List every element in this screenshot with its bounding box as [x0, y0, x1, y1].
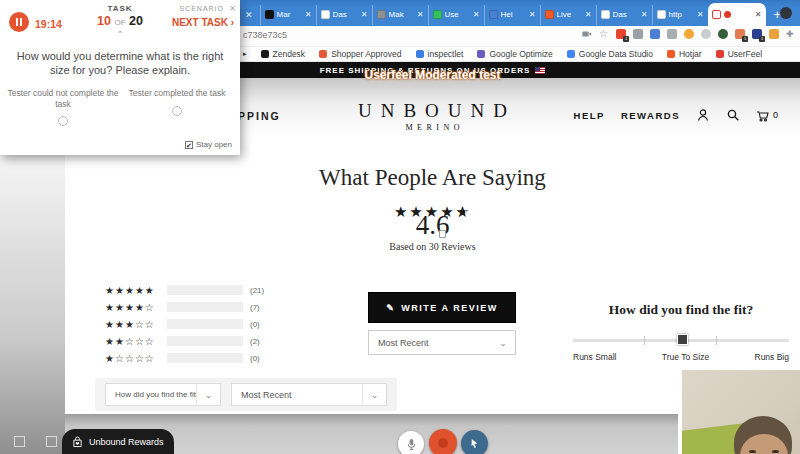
task-question: How would you determine what is the righ… — [14, 50, 226, 78]
tab-close-icon[interactable]: ✕ — [755, 10, 762, 19]
browser-tab[interactable]: Das✕ — [596, 5, 652, 25]
extension-gray-icon[interactable] — [633, 29, 643, 39]
rating-histogram: ★★★★★(21)★★★★☆(7)★★★☆☆(0)★★☆☆☆(2)★☆☆☆☆(0… — [105, 283, 325, 368]
histogram-row-4-star[interactable]: ★★★★☆(7) — [105, 300, 325, 314]
taskbar-square-icon — [46, 436, 57, 447]
toolbar-icons: ☆ 111 ✚ — [582, 29, 796, 39]
sort-filter-value: Most Recent — [232, 390, 362, 400]
stay-open-label: Stay open — [196, 140, 232, 149]
bookmark-favicon — [261, 50, 269, 58]
pencil-icon[interactable] — [769, 29, 779, 39]
fit-filter-value: How did you find the fit? — [106, 390, 196, 399]
close-icon[interactable]: ✕ — [229, 4, 236, 13]
tab-favicon — [377, 10, 386, 19]
extension-green-icon[interactable] — [718, 29, 728, 39]
histogram-count: (0) — [250, 320, 260, 329]
tab-favicon — [321, 10, 330, 19]
bookmark-zendesk[interactable]: Zendesk — [261, 49, 306, 59]
address-bar-url[interactable]: c738e73c5 — [243, 30, 287, 40]
extensions-puzzle-icon[interactable]: ✚ — [786, 29, 796, 39]
tab-label: Das — [613, 10, 638, 19]
histogram-count: (2) — [250, 337, 260, 346]
radio-could-not-complete[interactable] — [58, 116, 68, 126]
bookmark-star-icon[interactable]: ☆ — [599, 29, 609, 39]
profile-circle-icon[interactable] — [780, 7, 792, 19]
browser-tab[interactable]: Use✕ — [428, 5, 484, 25]
option-fail-label: Tester could not complete the task — [7, 88, 118, 109]
browser-tab[interactable]: Hel✕ — [484, 5, 540, 25]
bookmark-favicon — [716, 50, 724, 58]
based-on-reviews[interactable]: Based on 30 Reviews — [65, 241, 800, 252]
stay-open-checkbox[interactable]: ✔ — [185, 141, 193, 149]
extension-orange-icon[interactable] — [684, 29, 694, 39]
bookmark-favicon — [567, 50, 575, 58]
tabs-row: ✕ Mar✕Das✕Mak✕Use✕Hel✕Live✕Das✕http✕ ✕ + — [243, 3, 789, 26]
bookmark-google-data-studio[interactable]: Google Data Studio — [567, 49, 653, 59]
tab-capture-camera-icon[interactable] — [582, 29, 592, 39]
tab-close-icon[interactable]: ✕ — [697, 10, 704, 19]
tab-close-icon[interactable]: ✕ — [641, 10, 648, 19]
browser-tab[interactable]: Live✕ — [540, 5, 596, 25]
partial-tab-close-icon[interactable]: ✕ — [243, 10, 260, 20]
search-icon[interactable] — [726, 108, 740, 122]
extension-salmon-icon[interactable]: 1 — [735, 29, 745, 39]
fit-slider-handle[interactable] — [677, 334, 688, 345]
tab-close-icon[interactable]: ✕ — [417, 10, 424, 19]
histogram-row-2-star[interactable]: ★★☆☆☆(2) — [105, 334, 325, 348]
bookmark-shopper-approved[interactable]: Shopper Approved — [319, 49, 401, 59]
fit-filter-dropdown[interactable]: How did you find the fit? ⌄ — [105, 383, 221, 406]
fit-slider[interactable] — [573, 335, 789, 346]
browser-tab[interactable]: http✕ — [652, 5, 708, 25]
record-button[interactable] — [429, 429, 457, 454]
scenario-link[interactable]: SCENARIO — [179, 5, 224, 12]
tab-close-icon[interactable]: ✕ — [529, 10, 536, 19]
histogram-bar-track — [167, 319, 243, 329]
histogram-row-5-star[interactable]: ★★★★★(21) — [105, 283, 325, 297]
browser-tab[interactable]: Das✕ — [316, 5, 372, 25]
browser-tab[interactable]: Mar✕ — [260, 5, 316, 25]
next-task-button[interactable]: NEXT TASK › — [172, 17, 234, 28]
pencil-icon: ✎ — [386, 303, 395, 313]
extension-blue-icon[interactable] — [650, 29, 660, 39]
stay-open-control[interactable]: ✔ Stay open — [185, 140, 232, 149]
average-rating: 4.6 — [65, 210, 800, 241]
pointer-button[interactable] — [461, 430, 488, 454]
extension-red-icon[interactable]: 1 — [616, 29, 626, 39]
active-tab-recording[interactable]: ✕ — [708, 3, 766, 26]
histogram-row-3-star[interactable]: ★★★☆☆(0) — [105, 317, 325, 331]
unbound-rewards-button[interactable]: Unbound Rewards — [62, 429, 174, 454]
bookmark-userfeel[interactable]: UserFeel — [716, 49, 762, 59]
nav-rewards-link[interactable]: REWARDS — [621, 110, 680, 121]
cart-count: 0 — [773, 110, 778, 120]
cart-button[interactable]: 0 — [756, 109, 778, 122]
extension-navy-icon[interactable]: 1 — [752, 29, 762, 39]
histogram-row-1-star[interactable]: ★☆☆☆☆(0) — [105, 351, 325, 365]
bookmarks-arrow-icon[interactable]: ▸ — [243, 50, 247, 58]
sort-dropdown[interactable]: Most Recent ⌄ — [368, 330, 516, 355]
bookmark-favicon — [319, 50, 327, 58]
extension-light-icon[interactable] — [701, 29, 711, 39]
microphone-button[interactable] — [398, 431, 424, 454]
browser-tab[interactable]: Mak✕ — [372, 5, 428, 25]
extension-gray2-icon[interactable] — [667, 29, 677, 39]
tab-label: Mak — [389, 10, 414, 19]
tab-close-icon[interactable]: ✕ — [305, 10, 312, 19]
tab-close-icon[interactable]: ✕ — [361, 10, 368, 19]
bookmark-hotjar[interactable]: Hotjar — [667, 49, 702, 59]
tab-label: Use — [445, 10, 470, 19]
task-total: 20 — [129, 14, 143, 28]
account-icon[interactable] — [696, 108, 710, 122]
bookmark-favicon — [477, 50, 485, 58]
chevron-down-icon: ⌄ — [362, 384, 386, 405]
tab-close-icon[interactable]: ✕ — [585, 10, 592, 19]
nav-help-link[interactable]: HELP — [574, 110, 605, 121]
write-review-button[interactable]: ✎ WRITE A REVIEW — [368, 292, 516, 323]
radio-completed[interactable] — [172, 106, 182, 116]
sort-filter-dropdown[interactable]: Most Recent ⌄ — [231, 383, 387, 406]
bookmark-inspectlet[interactable]: inspectlet — [416, 49, 464, 59]
fit-label-runs-small: Runs Small — [573, 352, 616, 362]
tab-favicon — [601, 10, 610, 19]
bookmark-google-optimize[interactable]: Google Optimize — [477, 49, 552, 59]
collapse-chevron-icon[interactable]: ⌃ — [0, 30, 240, 39]
tab-close-icon[interactable]: ✕ — [473, 10, 480, 19]
